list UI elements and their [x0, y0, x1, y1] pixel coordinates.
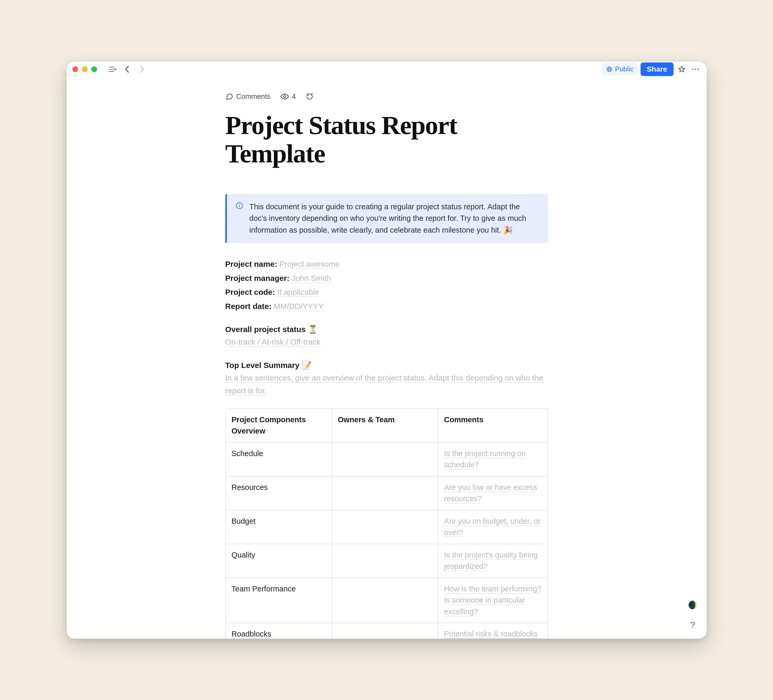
titlebar-left-controls: [107, 64, 147, 75]
table-cell-component: Budget: [225, 510, 332, 544]
field-project-code[interactable]: Project code: If applicable: [225, 286, 548, 299]
floating-tools: 🌒 ?: [688, 600, 698, 630]
comment-icon: [225, 93, 233, 100]
field-report-date[interactable]: Report date: MM/DD/YYYY: [225, 300, 548, 313]
views-indicator[interactable]: 4: [280, 93, 296, 101]
field-placeholder: MM/DD/YYYY: [274, 302, 324, 311]
cell-placeholder: Are you low or have excess resources?: [444, 483, 537, 504]
help-button[interactable]: ?: [691, 620, 695, 630]
table-cell-component: Schedule: [225, 442, 332, 476]
table-cell-owners: [332, 442, 438, 476]
field-label: Project manager:: [225, 274, 292, 283]
table-header: Project Components Overview: [225, 409, 332, 442]
table-cell-owners: [332, 476, 438, 510]
table-row[interactable]: Team PerformanceHow is the team performi…: [225, 578, 548, 623]
info-icon: [236, 202, 243, 236]
app-window: Public Share Comments 4: [67, 62, 707, 639]
titlebar-right-controls: Public Share: [602, 62, 701, 76]
window-controls: [72, 66, 97, 72]
table-cell-owners: [332, 623, 438, 638]
table-cell-comments: How is the team performing? Is someone i…: [438, 578, 548, 623]
field-placeholder: Project awesome: [280, 260, 340, 269]
svg-point-9: [697, 69, 699, 70]
comments-label: Comments: [236, 93, 271, 101]
field-label: Report date:: [225, 302, 274, 311]
svg-marker-6: [679, 66, 684, 72]
table-row[interactable]: RoadblocksPotential risks & roadblocks: [225, 623, 548, 638]
table-cell-component: Quality: [225, 544, 332, 578]
visibility-badge[interactable]: Public: [602, 63, 638, 75]
table-header: Comments: [438, 409, 548, 442]
table-cell-owners: [332, 510, 438, 544]
visibility-label: Public: [615, 65, 634, 73]
close-window-button[interactable]: [72, 66, 78, 72]
favorite-button[interactable]: [676, 64, 687, 75]
page-title[interactable]: Project Status Report Template: [225, 111, 548, 168]
table-cell-owners: [332, 578, 438, 623]
table-row[interactable]: BudgetAre you on budget, under, or over?: [225, 510, 548, 544]
minimize-window-button[interactable]: [82, 66, 87, 72]
eye-icon: [280, 94, 289, 100]
table-cell-comments: Are you low or have excess resources?: [438, 476, 548, 510]
globe-icon: [606, 66, 612, 72]
cell-placeholder: Are you on budget, under, or over?: [444, 517, 541, 537]
section-heading: Top Level Summary 📝: [225, 361, 548, 370]
section-overall-status[interactable]: Overall project status ⏳ On-track / At-r…: [225, 325, 548, 348]
titlebar: Public Share: [67, 62, 707, 77]
svg-point-15: [239, 204, 240, 204]
table-cell-component: Team Performance: [225, 578, 332, 623]
section-top-level-summary[interactable]: Top Level Summary 📝 In a few sentences, …: [225, 361, 548, 397]
cell-placeholder: How is the team performing? Is someone i…: [444, 585, 541, 616]
table-cell-comments: Are you on budget, under, or over?: [438, 510, 548, 544]
star-icon: [678, 66, 686, 73]
sidebar-toggle-icon[interactable]: [107, 64, 118, 75]
table-header: Owners & Team: [332, 409, 438, 442]
ellipsis-icon: [692, 68, 699, 70]
cell-placeholder: Potential risks & roadblocks: [444, 630, 538, 638]
view-count: 4: [292, 93, 296, 101]
status-placeholder: On-track / At-risk / Off-track: [225, 338, 321, 347]
share-button[interactable]: Share: [641, 62, 674, 76]
table-row[interactable]: ResourcesAre you low or have excess reso…: [225, 476, 548, 510]
field-label: Project code:: [225, 288, 277, 296]
maximize-window-button[interactable]: [91, 66, 97, 72]
document-body: Comments 4 Project Status Report Templat…: [67, 77, 707, 639]
cell-placeholder: Is the project's quality being jeopardiz…: [444, 551, 538, 571]
svg-point-7: [692, 69, 693, 70]
components-table[interactable]: Project Components Overview Owners & Tea…: [225, 408, 548, 639]
svg-point-10: [283, 95, 286, 98]
theme-toggle[interactable]: 🌒: [688, 600, 698, 610]
table-cell-owners: [332, 544, 438, 578]
refresh-button[interactable]: [306, 93, 313, 100]
table-cell-comments: Is the project's quality being jeopardiz…: [438, 544, 548, 578]
summary-placeholder: In a few sentences, give an overview of …: [225, 373, 543, 396]
nav-forward-button[interactable]: [137, 64, 147, 75]
table-row[interactable]: QualityIs the project's quality being je…: [225, 544, 548, 578]
refresh-icon: [306, 93, 313, 100]
callout-text: This document is your guide to creating …: [250, 201, 539, 236]
field-placeholder: John Smith: [292, 274, 331, 283]
more-options-button[interactable]: [690, 64, 701, 75]
table-cell-component: Resources: [225, 476, 332, 510]
field-placeholder: If applicable: [277, 288, 319, 297]
cell-placeholder: Is the project running on schedule?: [444, 449, 526, 470]
document-meta-row: Comments 4: [225, 93, 548, 101]
info-callout[interactable]: This document is your guide to creating …: [225, 194, 548, 243]
table-cell-comments: Is the project running on schedule?: [438, 442, 548, 476]
field-project-manager[interactable]: Project manager: John Smith: [225, 272, 548, 285]
field-label: Project name:: [225, 260, 280, 268]
table-row[interactable]: ScheduleIs the project running on schedu…: [225, 442, 548, 476]
table-cell-component: Roadblocks: [225, 623, 332, 638]
section-heading: Overall project status ⏳: [225, 325, 548, 334]
comments-button[interactable]: Comments: [225, 93, 271, 101]
field-project-name[interactable]: Project name: Project awesome: [225, 258, 548, 271]
table-cell-comments: Potential risks & roadblocks: [438, 623, 548, 638]
table-header-row: Project Components Overview Owners & Tea…: [225, 409, 548, 442]
nav-back-button[interactable]: [122, 64, 133, 75]
svg-point-8: [694, 69, 696, 70]
